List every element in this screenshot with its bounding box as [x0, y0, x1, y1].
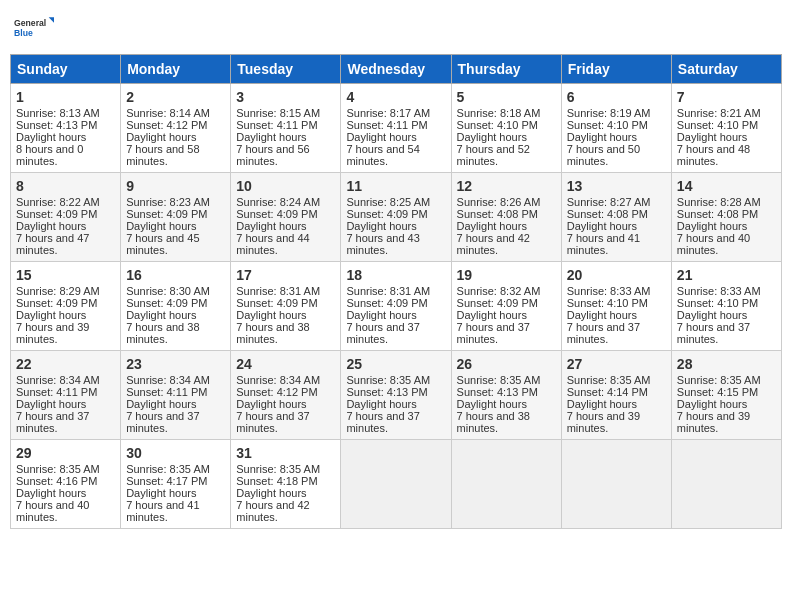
- col-header-wednesday: Wednesday: [341, 55, 451, 84]
- daylight-value: 7 hours and 47 minutes.: [16, 232, 89, 256]
- daylight-value: 7 hours and 48 minutes.: [677, 143, 750, 167]
- day-number: 6: [567, 89, 666, 105]
- sunrise-text: Sunrise: 8:27 AM: [567, 196, 651, 208]
- daylight-label: Daylight hours: [567, 220, 637, 232]
- calendar-cell: 4Sunrise: 8:17 AMSunset: 4:11 PMDaylight…: [341, 84, 451, 173]
- sunrise-text: Sunrise: 8:35 AM: [457, 374, 541, 386]
- svg-text:Blue: Blue: [14, 28, 33, 38]
- calendar-cell: 3Sunrise: 8:15 AMSunset: 4:11 PMDaylight…: [231, 84, 341, 173]
- col-header-sunday: Sunday: [11, 55, 121, 84]
- day-number: 27: [567, 356, 666, 372]
- day-number: 15: [16, 267, 115, 283]
- day-number: 7: [677, 89, 776, 105]
- calendar-week-row: 8Sunrise: 8:22 AMSunset: 4:09 PMDaylight…: [11, 173, 782, 262]
- sunset-text: Sunset: 4:13 PM: [346, 386, 427, 398]
- daylight-value: 7 hours and 39 minutes.: [677, 410, 750, 434]
- calendar-cell: 25Sunrise: 8:35 AMSunset: 4:13 PMDayligh…: [341, 351, 451, 440]
- col-header-monday: Monday: [121, 55, 231, 84]
- sunrise-text: Sunrise: 8:34 AM: [236, 374, 320, 386]
- sunrise-text: Sunrise: 8:22 AM: [16, 196, 100, 208]
- sunset-text: Sunset: 4:08 PM: [457, 208, 538, 220]
- sunset-text: Sunset: 4:18 PM: [236, 475, 317, 487]
- calendar-cell: [341, 440, 451, 529]
- calendar-cell: 6Sunrise: 8:19 AMSunset: 4:10 PMDaylight…: [561, 84, 671, 173]
- day-number: 8: [16, 178, 115, 194]
- day-number: 4: [346, 89, 445, 105]
- sunset-text: Sunset: 4:09 PM: [16, 208, 97, 220]
- sunset-text: Sunset: 4:08 PM: [677, 208, 758, 220]
- day-number: 25: [346, 356, 445, 372]
- calendar-cell: 27Sunrise: 8:35 AMSunset: 4:14 PMDayligh…: [561, 351, 671, 440]
- col-header-saturday: Saturday: [671, 55, 781, 84]
- day-number: 23: [126, 356, 225, 372]
- daylight-label: Daylight hours: [16, 220, 86, 232]
- col-header-tuesday: Tuesday: [231, 55, 341, 84]
- daylight-label: Daylight hours: [236, 220, 306, 232]
- calendar-header-row: SundayMondayTuesdayWednesdayThursdayFrid…: [11, 55, 782, 84]
- daylight-value: 7 hours and 39 minutes.: [16, 321, 89, 345]
- daylight-label: Daylight hours: [346, 309, 416, 321]
- daylight-value: 7 hours and 52 minutes.: [457, 143, 530, 167]
- sunrise-text: Sunrise: 8:35 AM: [677, 374, 761, 386]
- sunrise-text: Sunrise: 8:35 AM: [126, 463, 210, 475]
- sunset-text: Sunset: 4:12 PM: [126, 119, 207, 131]
- sunset-text: Sunset: 4:09 PM: [236, 297, 317, 309]
- sunset-text: Sunset: 4:13 PM: [457, 386, 538, 398]
- day-number: 12: [457, 178, 556, 194]
- day-number: 9: [126, 178, 225, 194]
- daylight-label: Daylight hours: [457, 131, 527, 143]
- sunset-text: Sunset: 4:11 PM: [236, 119, 317, 131]
- calendar-cell: 22Sunrise: 8:34 AMSunset: 4:11 PMDayligh…: [11, 351, 121, 440]
- daylight-value: 7 hours and 38 minutes.: [457, 410, 530, 434]
- sunrise-text: Sunrise: 8:35 AM: [346, 374, 430, 386]
- daylight-value: 7 hours and 38 minutes.: [126, 321, 199, 345]
- sunset-text: Sunset: 4:11 PM: [126, 386, 207, 398]
- day-number: 11: [346, 178, 445, 194]
- calendar-cell: 31Sunrise: 8:35 AMSunset: 4:18 PMDayligh…: [231, 440, 341, 529]
- calendar-cell: 5Sunrise: 8:18 AMSunset: 4:10 PMDaylight…: [451, 84, 561, 173]
- daylight-label: Daylight hours: [567, 131, 637, 143]
- calendar-cell: 14Sunrise: 8:28 AMSunset: 4:08 PMDayligh…: [671, 173, 781, 262]
- calendar-cell: 13Sunrise: 8:27 AMSunset: 4:08 PMDayligh…: [561, 173, 671, 262]
- sunset-text: Sunset: 4:09 PM: [236, 208, 317, 220]
- daylight-label: Daylight hours: [126, 398, 196, 410]
- day-number: 2: [126, 89, 225, 105]
- daylight-value: 7 hours and 42 minutes.: [457, 232, 530, 256]
- calendar-cell: 15Sunrise: 8:29 AMSunset: 4:09 PMDayligh…: [11, 262, 121, 351]
- sunrise-text: Sunrise: 8:25 AM: [346, 196, 430, 208]
- daylight-value: 7 hours and 45 minutes.: [126, 232, 199, 256]
- day-number: 31: [236, 445, 335, 461]
- calendar-cell: 23Sunrise: 8:34 AMSunset: 4:11 PMDayligh…: [121, 351, 231, 440]
- day-number: 17: [236, 267, 335, 283]
- calendar-cell: 29Sunrise: 8:35 AMSunset: 4:16 PMDayligh…: [11, 440, 121, 529]
- sunrise-text: Sunrise: 8:35 AM: [236, 463, 320, 475]
- day-number: 28: [677, 356, 776, 372]
- sunset-text: Sunset: 4:15 PM: [677, 386, 758, 398]
- sunrise-text: Sunrise: 8:26 AM: [457, 196, 541, 208]
- sunset-text: Sunset: 4:09 PM: [126, 208, 207, 220]
- sunrise-text: Sunrise: 8:29 AM: [16, 285, 100, 297]
- daylight-label: Daylight hours: [236, 131, 306, 143]
- daylight-value: 8 hours and 0 minutes.: [16, 143, 83, 167]
- sunrise-text: Sunrise: 8:23 AM: [126, 196, 210, 208]
- sunset-text: Sunset: 4:12 PM: [236, 386, 317, 398]
- daylight-value: 7 hours and 42 minutes.: [236, 499, 309, 523]
- daylight-value: 7 hours and 39 minutes.: [567, 410, 640, 434]
- calendar-cell: 20Sunrise: 8:33 AMSunset: 4:10 PMDayligh…: [561, 262, 671, 351]
- daylight-label: Daylight hours: [677, 309, 747, 321]
- sunset-text: Sunset: 4:09 PM: [346, 208, 427, 220]
- calendar-cell: 12Sunrise: 8:26 AMSunset: 4:08 PMDayligh…: [451, 173, 561, 262]
- svg-text:General: General: [14, 18, 46, 28]
- sunrise-text: Sunrise: 8:28 AM: [677, 196, 761, 208]
- calendar-cell: 17Sunrise: 8:31 AMSunset: 4:09 PMDayligh…: [231, 262, 341, 351]
- sunset-text: Sunset: 4:10 PM: [567, 119, 648, 131]
- col-header-thursday: Thursday: [451, 55, 561, 84]
- daylight-value: 7 hours and 50 minutes.: [567, 143, 640, 167]
- daylight-value: 7 hours and 54 minutes.: [346, 143, 419, 167]
- sunset-text: Sunset: 4:10 PM: [677, 297, 758, 309]
- sunrise-text: Sunrise: 8:24 AM: [236, 196, 320, 208]
- daylight-value: 7 hours and 40 minutes.: [16, 499, 89, 523]
- sunset-text: Sunset: 4:11 PM: [16, 386, 97, 398]
- daylight-value: 7 hours and 37 minutes.: [346, 410, 419, 434]
- daylight-label: Daylight hours: [236, 398, 306, 410]
